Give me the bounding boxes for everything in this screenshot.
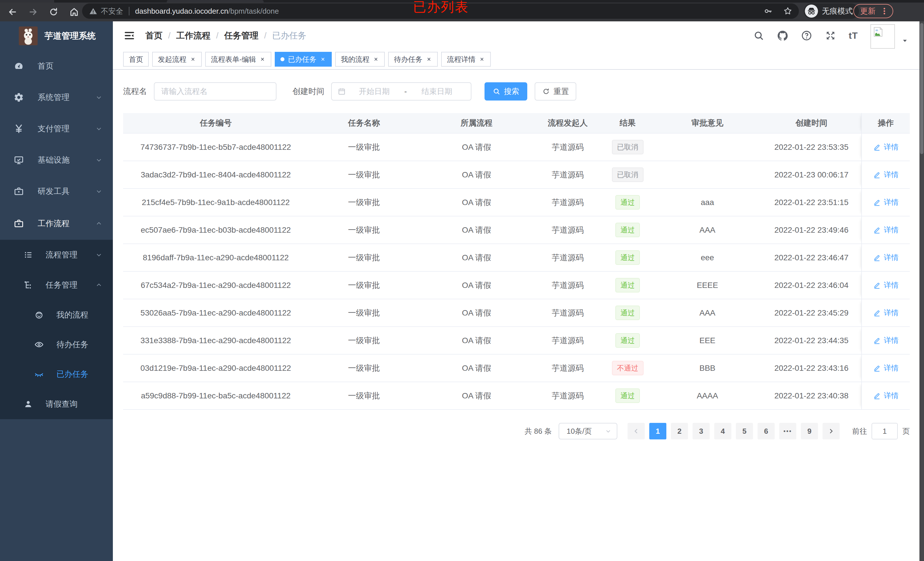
browser-tab[interactable] <box>0 0 54 3</box>
status-badge: 通过 <box>615 278 640 292</box>
tab-form-edit[interactable]: 流程表单-编辑 <box>205 52 272 67</box>
page-button[interactable]: 9 <box>801 423 818 440</box>
font-size-icon[interactable]: tT <box>849 30 858 41</box>
date-range-picker[interactable]: 开始日期 - 结束日期 <box>331 82 471 100</box>
tab-process-detail[interactable]: 流程详情 <box>441 52 491 67</box>
app-logo-row[interactable]: 芋道管理系统 <box>0 21 113 51</box>
page-scrollbar[interactable] <box>920 21 924 561</box>
task-id-cell: 3adac3d2-7b9d-11ec-8404-acde48001122 <box>123 161 308 188</box>
detail-link[interactable]: 详情 <box>873 253 898 263</box>
security-label[interactable]: 不安全 <box>101 6 123 16</box>
detail-link[interactable]: 详情 <box>873 308 898 318</box>
task-id-cell: 74736737-7b9b-11ec-b5b7-acde48001122 <box>123 133 308 161</box>
breadcrumb-home[interactable]: 首页 <box>146 30 162 42</box>
initiator-cell: 芋道源码 <box>534 161 602 188</box>
help-icon[interactable] <box>801 30 812 41</box>
sidebar-fold-icon[interactable] <box>124 30 135 41</box>
done-task-table: 任务编号 任务名称 所属流程 流程发起人 结果 审批意见 创建时间 操作 747… <box>123 113 910 410</box>
bookmark-star-icon[interactable] <box>783 6 793 16</box>
sidebar-item-task-mgmt[interactable]: 任务管理 <box>0 270 113 300</box>
yen-icon <box>14 124 24 134</box>
tab-start-process[interactable]: 发起流程 <box>152 52 202 67</box>
key-icon[interactable] <box>764 6 773 16</box>
goto-page-input[interactable] <box>872 423 898 440</box>
update-button[interactable]: 更新 <box>854 4 893 18</box>
page-button[interactable]: ••• <box>779 423 796 440</box>
sidebar-item-infra[interactable]: 基础设施 <box>0 144 113 176</box>
start-date-placeholder[interactable]: 开始日期 <box>346 86 403 97</box>
security-warning-icon[interactable] <box>89 7 98 15</box>
page-button[interactable]: 2 <box>671 423 688 440</box>
created-cell: 2022-01-22 23:45:29 <box>762 299 861 326</box>
result-cell: 通过 <box>602 244 653 271</box>
detail-link[interactable]: 详情 <box>873 363 898 373</box>
prev-page-button[interactable] <box>628 423 645 440</box>
process-name-input[interactable] <box>154 82 276 100</box>
result-cell: 已取消 <box>602 161 653 188</box>
sidebar-item-pay[interactable]: 支付管理 <box>0 113 113 144</box>
sidebar-item-workflow[interactable]: 工作流程 <box>0 207 113 240</box>
page-button[interactable]: 5 <box>736 423 753 440</box>
detail-link[interactable]: 详情 <box>873 170 898 180</box>
detail-link[interactable]: 详情 <box>873 142 898 152</box>
sidebar-item-done[interactable]: 已办任务 <box>0 359 113 389</box>
browser-tab-strip <box>0 0 924 3</box>
breadcrumb-workflow[interactable]: 工作流程 <box>176 30 210 42</box>
tab-my-process[interactable]: 我的流程 <box>335 52 385 67</box>
address-bar[interactable]: 不安全 dashboard.yudao.iocoder.cn/bpm/task/… <box>82 3 799 19</box>
page-button[interactable]: 3 <box>693 423 710 440</box>
detail-link[interactable]: 详情 <box>873 335 898 346</box>
close-icon[interactable] <box>260 56 266 62</box>
home-icon[interactable] <box>69 7 79 17</box>
page-unit-label: 页 <box>902 426 910 436</box>
back-icon[interactable] <box>8 7 18 17</box>
page-button[interactable]: 1 <box>649 423 666 440</box>
incognito-badge: 无痕模式 <box>804 3 859 19</box>
task-name-cell: 一级审批 <box>308 133 420 161</box>
page-button[interactable]: 6 <box>758 423 775 440</box>
tab-home[interactable]: 首页 <box>123 52 149 67</box>
browser-menu-icon[interactable] <box>880 7 889 15</box>
detail-link[interactable]: 详情 <box>873 391 898 401</box>
search-icon[interactable] <box>753 30 764 41</box>
sidebar-item-home[interactable]: 首页 <box>0 51 113 82</box>
col-task-name: 任务名称 <box>308 113 420 133</box>
page-size-select[interactable]: 10条/页 <box>559 423 617 440</box>
tab-done-tasks[interactable]: 已办任务 <box>275 52 332 67</box>
next-page-button[interactable] <box>822 423 840 440</box>
sidebar-item-dev[interactable]: 研发工具 <box>0 176 113 207</box>
reset-button[interactable]: 重置 <box>535 82 576 100</box>
caret-down-icon[interactable] <box>901 37 909 45</box>
sidebar-item-process-mgmt[interactable]: 流程管理 <box>0 240 113 270</box>
github-icon[interactable] <box>777 30 788 41</box>
sidebar-item-todo[interactable]: 待办任务 <box>0 330 113 359</box>
scrollbar-thumb[interactable] <box>920 23 923 154</box>
task-name-cell: 一级审批 <box>308 272 420 299</box>
initiator-cell: 芋道源码 <box>534 327 602 354</box>
detail-link[interactable]: 详情 <box>873 197 898 207</box>
close-icon[interactable] <box>479 56 485 62</box>
tab-todo-tasks[interactable]: 待办任务 <box>388 52 438 67</box>
incognito-label: 无痕模式 <box>822 6 853 16</box>
close-icon[interactable] <box>320 56 326 62</box>
sidebar-item-system[interactable]: 系统管理 <box>0 82 113 113</box>
refresh-icon <box>542 87 550 96</box>
forward-icon[interactable] <box>28 7 38 17</box>
browser-tab[interactable] <box>167 0 264 3</box>
fullscreen-icon[interactable] <box>825 30 836 41</box>
detail-link[interactable]: 详情 <box>873 280 898 290</box>
close-icon[interactable] <box>190 56 196 62</box>
sidebar-item-leave[interactable]: 请假查询 <box>0 389 113 419</box>
close-icon[interactable] <box>426 56 432 62</box>
avatar[interactable] <box>870 24 895 49</box>
end-date-placeholder[interactable]: 结束日期 <box>409 86 465 97</box>
detail-link[interactable]: 详情 <box>873 225 898 235</box>
reload-icon[interactable] <box>48 7 59 17</box>
create-time-label: 创建时间 <box>292 86 324 97</box>
close-icon[interactable] <box>373 56 379 62</box>
sidebar-item-my-process[interactable]: 我的流程 <box>0 300 113 330</box>
breadcrumb-task-mgmt[interactable]: 任务管理 <box>224 30 258 42</box>
app-header: 首页 / 工作流程 / 任务管理 / 已办任务 tT <box>113 21 920 50</box>
page-button[interactable]: 4 <box>714 423 731 440</box>
search-button[interactable]: 搜索 <box>484 82 527 100</box>
